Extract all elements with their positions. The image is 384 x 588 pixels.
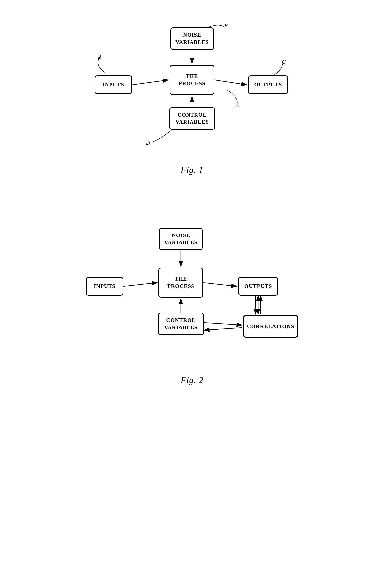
- section-divider: [46, 200, 338, 200]
- fig1-diagram: B E C A D NOISE VARIABLES INPUTS THE PRO…: [80, 15, 304, 155]
- label-a: A: [236, 102, 239, 109]
- fig2-caption: Fig. 2: [181, 375, 203, 385]
- inputs-box: INPUTS: [95, 75, 132, 94]
- control-variables-box: CONTROL VARIABLES: [169, 107, 215, 130]
- svg-line-1: [132, 80, 168, 85]
- noise-variables-box: NOISE VARIABLES: [170, 27, 214, 50]
- fig2-diagram: NOISE VARIABLES INPUTS THE PROCESS OUTPU…: [73, 215, 311, 365]
- svg-line-16: [204, 323, 242, 325]
- figure-2: NOISE VARIABLES INPUTS THE PROCESS OUTPU…: [10, 215, 374, 385]
- label-b: B: [98, 54, 101, 60]
- svg-line-2: [214, 80, 247, 85]
- svg-line-10: [203, 283, 237, 286]
- f2-control-variables-box: CONTROL VARIABLES: [158, 313, 204, 335]
- correlations-box: CORRELATIONS: [243, 315, 298, 338]
- f2-outputs-box: OUTPUTS: [238, 277, 278, 296]
- fig1-caption: Fig. 1: [181, 165, 203, 175]
- svg-line-17: [204, 328, 242, 330]
- figure-1: B E C A D NOISE VARIABLES INPUTS THE PRO…: [10, 15, 374, 175]
- outputs-box: OUTPUTS: [248, 75, 288, 94]
- page: B E C A D NOISE VARIABLES INPUTS THE PRO…: [0, 0, 384, 588]
- process-box: THE PROCESS: [170, 65, 214, 95]
- f2-inputs-box: INPUTS: [86, 277, 123, 296]
- label-d: D: [146, 140, 150, 146]
- svg-line-9: [123, 283, 157, 286]
- label-c: C: [282, 59, 286, 65]
- f2-process-box: THE PROCESS: [158, 268, 203, 298]
- label-e: E: [224, 22, 228, 29]
- f2-noise-variables-box: NOISE VARIABLES: [159, 228, 203, 250]
